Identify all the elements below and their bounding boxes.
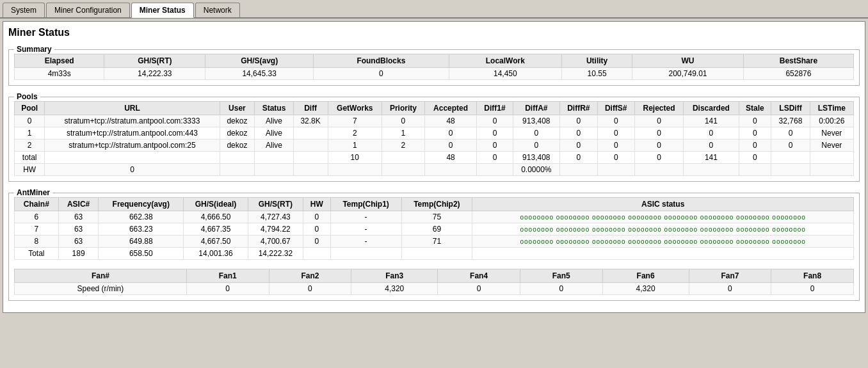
antminer-cell-3-0: Total [15, 248, 59, 260]
pools-cell-0-2: dekoz [220, 115, 255, 127]
summary-foundblocks: 0 [314, 68, 449, 80]
pools-cell-2-12: 0 [634, 140, 684, 152]
pools-row-2: 2stratum+tcp://stratum.antpool.com:25dek… [15, 140, 854, 152]
fan-header-8: Fan8 [771, 269, 854, 283]
pools-cell-0-15: 32,768 [771, 115, 810, 127]
antminer-cell-3-6 [330, 248, 401, 260]
pools-cell-0-6: 0 [382, 115, 425, 127]
pools-cell-2-1: stratum+tcp://stratum.antpool.com:25 [45, 140, 220, 152]
antminer-cell-2-7: 71 [401, 236, 472, 248]
tab-network[interactable]: Network [195, 3, 240, 17]
pools-header-row: Pool URL User Status Diff GetWorks Prior… [15, 102, 854, 115]
fan-cell-0-6: 4,320 [602, 283, 689, 295]
antminer-header-temp2: Temp(Chip2) [401, 198, 472, 211]
fan-cell-0-5: 0 [520, 283, 602, 295]
summary-header-ghsrt: GH/S(RT) [104, 54, 205, 68]
fan-cell-0-4: 0 [438, 283, 520, 295]
pools-cell-4-3 [255, 164, 293, 176]
pools-cell-3-3 [255, 152, 293, 164]
fan-header-6: Fan6 [602, 269, 689, 283]
pools-header-lsdiff: LSDiff [771, 102, 810, 115]
pools-cell-1-2: dekoz [220, 127, 255, 140]
antminer-cell-3-8 [472, 248, 854, 260]
antminer-section: AntMiner Chain# ASIC# Frequency(avg) GH/… [8, 188, 860, 301]
pools-cell-3-16 [810, 152, 853, 164]
summary-elapsed: 4m33s [15, 68, 104, 80]
pools-cell-2-10: 0 [560, 140, 598, 152]
pools-row-1: 1stratum+tcp://stratum.antpool.com:443de… [15, 127, 854, 140]
summary-header-utility: Utility [561, 54, 632, 68]
pools-header-diffs: DiffS# [597, 102, 634, 115]
pools-cell-0-5: 7 [328, 115, 382, 127]
antminer-cell-3-2: 658.50 [99, 248, 184, 260]
pools-row-4: HW00.0000% [15, 164, 854, 176]
fan-row-0: Speed (r/min)004,320004,32000 [15, 283, 854, 295]
summary-table: Elapsed GH/S(RT) GH/S(avg) FoundBlocks L… [14, 54, 854, 80]
pools-cell-2-8: 0 [477, 140, 513, 152]
pools-cell-3-8: 0 [477, 152, 513, 164]
antminer-cell-2-5: 0 [303, 236, 330, 248]
antminer-row-2: 863649.884,667.504,700.670-71oooooooo oo… [15, 236, 854, 248]
pools-cell-0-3: Alive [255, 115, 293, 127]
pools-cell-4-8 [477, 164, 513, 176]
antminer-cell-3-4: 14,222.32 [248, 248, 303, 260]
antminer-cell-0-7: 75 [401, 211, 472, 223]
antminer-cell-0-4: 4,727.43 [248, 211, 303, 223]
fan-header-2: Fan2 [269, 269, 351, 283]
pools-row-3: total10480913,4080001410 [15, 152, 854, 164]
summary-ghsrt: 14,222.33 [104, 68, 205, 80]
pools-cell-4-16 [810, 164, 853, 176]
pools-cell-0-1: stratum+tcp://stratum.antpool.com:3333 [45, 115, 220, 127]
pools-header-diff1: Diff1# [477, 102, 513, 115]
antminer-cell-2-3: 4,667.50 [184, 236, 248, 248]
antminer-cell-3-7 [401, 248, 472, 260]
pools-cell-0-16: 0:00:26 [810, 115, 853, 127]
fan-cell-0-7: 0 [689, 283, 771, 295]
pools-header-status: Status [255, 102, 293, 115]
fan-header-5: Fan5 [520, 269, 602, 283]
antminer-table: Chain# ASIC# Frequency(avg) GH/S(ideal) … [14, 197, 854, 260]
tab-miner-configuration[interactable]: Miner Configuration [46, 3, 130, 17]
pools-cell-2-15: 0 [771, 140, 810, 152]
pools-cell-4-10 [560, 164, 598, 176]
summary-data-row: 4m33s 14,222.33 14,645.33 0 14,450 10.55… [15, 68, 854, 80]
pools-cell-4-2 [220, 164, 255, 176]
pools-cell-2-0: 2 [15, 140, 45, 152]
antminer-header-ghsideal: GH/S(ideal) [184, 198, 248, 211]
pools-header-user: User [220, 102, 255, 115]
antminer-cell-1-6: - [330, 223, 401, 236]
antminer-cell-0-5: 0 [303, 211, 330, 223]
pools-cell-0-0: 0 [15, 115, 45, 127]
pools-cell-2-6: 2 [382, 140, 425, 152]
antminer-cell-0-0: 6 [15, 211, 59, 223]
summary-utility: 10.55 [561, 68, 632, 80]
antminer-cell-1-5: 0 [303, 223, 330, 236]
pools-cell-1-1: stratum+tcp://stratum.antpool.com:443 [45, 127, 220, 140]
pools-cell-3-6 [382, 152, 425, 164]
pools-cell-3-5: 10 [328, 152, 382, 164]
tab-miner-status[interactable]: Miner Status [131, 3, 194, 18]
summary-bestshare: 652876 [743, 68, 853, 80]
antminer-cell-1-2: 663.23 [99, 223, 184, 236]
pools-cell-1-7: 0 [424, 127, 476, 140]
antminer-cell-2-0: 8 [15, 236, 59, 248]
antminer-cell-2-4: 4,700.67 [248, 236, 303, 248]
pools-cell-1-0: 1 [15, 127, 45, 140]
fan-header-3: Fan3 [351, 269, 438, 283]
summary-header-elapsed: Elapsed [15, 54, 104, 68]
summary-wu: 200,749.01 [632, 68, 744, 80]
pools-cell-3-9: 913,408 [513, 152, 559, 164]
pools-cell-4-13 [684, 164, 739, 176]
antminer-cell-1-4: 4,794.22 [248, 223, 303, 236]
summary-header-wu: WU [632, 54, 744, 68]
fan-header-row: Fan#Fan1Fan2Fan3Fan4Fan5Fan6Fan7Fan8 [15, 269, 854, 283]
pools-cell-1-15: 0 [771, 127, 810, 140]
pools-cell-4-11 [597, 164, 634, 176]
antminer-cell-2-1: 63 [58, 236, 99, 248]
pools-cell-3-4 [293, 152, 328, 164]
fan-cell-0-0: Speed (r/min) [15, 283, 187, 295]
tab-system[interactable]: System [3, 3, 45, 17]
pools-cell-2-11: 0 [597, 140, 634, 152]
pools-cell-1-14: 0 [739, 127, 771, 140]
tab-bar: System Miner Configuration Miner Status … [0, 0, 868, 19]
